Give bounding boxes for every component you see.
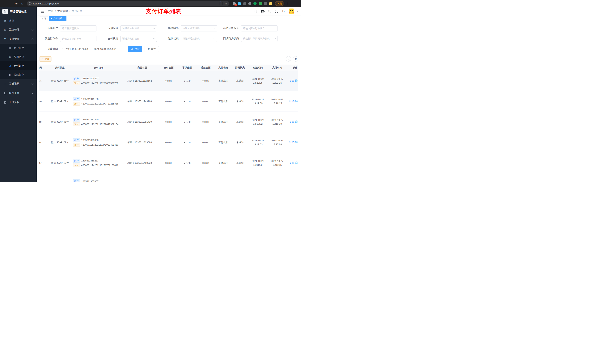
user-avatar[interactable] xyxy=(289,9,294,14)
extension-icon[interactable] xyxy=(264,2,267,5)
target-icon: ◎ xyxy=(8,64,11,67)
pay-channel: 微信 JSAPI 支付 xyxy=(47,100,72,103)
view-detail-link[interactable]: 查看详情 xyxy=(289,79,299,82)
browser-update-button[interactable]: 更新 xyxy=(275,1,284,6)
github-icon[interactable] xyxy=(261,10,265,13)
extension-icon[interactable] xyxy=(248,2,251,5)
pay-status: 支付成功 xyxy=(215,161,232,165)
notify-status: 未通知 xyxy=(232,141,248,144)
extension-badge: 10 xyxy=(234,4,237,6)
app-title: 芋道管理系统 xyxy=(10,10,26,13)
merchant-tag: 商户 xyxy=(73,118,80,122)
refresh-table-button[interactable]: ↻ xyxy=(293,56,298,62)
pay-time-cell: 2021-10-2713:17:08 xyxy=(268,138,287,146)
font-size-icon[interactable]: TT xyxy=(282,10,285,13)
sidebar-item-pay-order[interactable]: ◎ 支付订单 xyxy=(0,62,37,70)
extension-icon[interactable]: 10 xyxy=(233,2,236,5)
sidebar-item-refund-order[interactable]: ▣ 退款订单 xyxy=(0,70,37,79)
extension-icon[interactable]: ✓ xyxy=(253,2,257,5)
browser-reload-button[interactable]: ⟳ xyxy=(14,1,19,6)
notify-status: 未通知 xyxy=(232,161,248,165)
pay-time-cell: 2021-10-2713:19:15 xyxy=(268,97,287,105)
sidebar: 芋道管理系统 ◉ 首页 ⚙ 系统管理 ¥ 支付管理 ▤ 商户信息 ▦ 应用信息 xyxy=(0,7,37,182)
sidebar-item-system[interactable]: ⚙ 系统管理 xyxy=(0,25,37,34)
card-icon: ▤ xyxy=(8,47,11,50)
page-content: 所属商户 应用编号 请选择应用信息 渠道编码 请输入渠道编码 xyxy=(37,22,301,182)
reset-button[interactable]: ↻ 重置 xyxy=(145,46,159,52)
pay-status-select[interactable]: 请选择支付状态 xyxy=(120,36,157,42)
browser-back-button[interactable]: ← xyxy=(2,1,7,6)
pay-channel: 微信 JSAPI 支付 xyxy=(47,141,72,144)
notify-status: 未通知 xyxy=(232,120,248,124)
browser-home-button[interactable]: ⌂ xyxy=(20,1,25,6)
notify-status-select[interactable]: 请选择订单回调商户状态 xyxy=(241,36,278,42)
sidebar-item-infra[interactable]: ◫ 基础设施 xyxy=(0,79,37,88)
search-icon[interactable] xyxy=(255,10,257,13)
browser-forward-button[interactable]: → xyxy=(8,1,13,6)
view-detail-link[interactable]: 查看详情 xyxy=(289,161,299,165)
breadcrumb: 首页 / 支付管理 / 支付订单 xyxy=(48,10,82,13)
sidebar-collapse-icon[interactable] xyxy=(41,11,44,11)
pay-time-cell: 2021-10-2713:11:15 xyxy=(268,159,287,167)
document-icon: ▣ xyxy=(8,73,11,76)
extension-icon[interactable] xyxy=(243,2,246,5)
pay-tag: 支付 xyxy=(73,102,80,106)
sidebar-item-workflow[interactable]: ◩ 工作流程 xyxy=(0,98,37,107)
extension-icon[interactable]: ☺ xyxy=(269,2,272,5)
table-row: 120 微信 JSAPI 支付 商户1635311949168 支付420000… xyxy=(39,91,298,112)
notify-status: 未通知 xyxy=(232,100,248,103)
channel-order-no-input[interactable] xyxy=(60,36,97,42)
merchant-order-no: 1635311949168 xyxy=(81,98,98,100)
product-title: 标题：1635311468233 xyxy=(125,161,159,165)
notify-status: 未通知 xyxy=(232,79,248,83)
browser-menu-icon[interactable]: ⋮ xyxy=(287,2,289,5)
share-icon[interactable] xyxy=(220,2,222,5)
export-button[interactable]: 导出 xyxy=(39,56,52,62)
tab-home[interactable]: 首页 xyxy=(40,16,48,21)
extension-icon[interactable] xyxy=(258,2,262,5)
breadcrumb-home[interactable]: 首页 xyxy=(48,10,53,13)
channel-pay-no: 4200001194202110276752100612 xyxy=(81,164,118,167)
breadcrumb-payment[interactable]: 支付管理 xyxy=(57,10,68,13)
refund-amount: ¥ 0.00 xyxy=(196,162,215,165)
magnifier-icon xyxy=(289,80,291,82)
tab-pay-order[interactable]: 支付订单 × xyxy=(49,16,66,21)
app-select[interactable]: 请选择应用信息 xyxy=(120,25,157,31)
merchant-order-no: 1635311881440 xyxy=(81,118,98,121)
sidebar-item-payment[interactable]: ¥ 支付管理 xyxy=(0,34,37,44)
sidebar-item-home[interactable]: ◉ 首页 xyxy=(0,16,37,25)
create-time-cell: 2021-10-2713:19:09 xyxy=(248,97,268,105)
refresh-icon: ↻ xyxy=(148,47,150,51)
refund-amount: ¥ 0.00 xyxy=(196,80,215,82)
search-button[interactable]: 搜索 xyxy=(128,46,142,52)
product-title: 标题：1635312124656 xyxy=(125,79,159,83)
question-icon[interactable]: ? xyxy=(268,10,271,13)
merchant-order-no-input[interactable] xyxy=(241,25,278,31)
avatar-caret-icon[interactable] xyxy=(297,11,298,12)
pay-amount: ¥ 0.01 xyxy=(159,141,178,144)
merchant-order-no: 1635311823086 xyxy=(81,139,98,142)
channel-code-select[interactable]: 请输入渠道编码 xyxy=(181,25,217,31)
pay-order-cell: 商户1635311881440 支付4200001173202110272847… xyxy=(72,117,125,127)
bookmark-star-icon[interactable]: ☆ xyxy=(225,2,227,5)
sidebar-item-devtools[interactable]: ◧ 研发工具 xyxy=(0,88,37,98)
refund-status-select[interactable]: 请选择退款状态 xyxy=(181,36,217,42)
extension-icon[interactable] xyxy=(238,2,241,5)
fullscreen-icon[interactable] xyxy=(275,10,278,13)
view-detail-link[interactable]: 查看详情 xyxy=(289,120,299,123)
toggle-search-button[interactable] xyxy=(286,56,291,62)
channel-pay-no: 4200001174202110278060590766 xyxy=(81,82,118,84)
view-detail-link[interactable]: 查看详情 xyxy=(289,100,299,103)
sidebar-item-merchant-info[interactable]: ▤ 商户信息 xyxy=(0,44,37,52)
merchant-tag: 商户 xyxy=(73,179,80,182)
page-info-icon[interactable]: i xyxy=(29,2,32,5)
create-time-range[interactable]: 2021-10-01 00:00:00 - 2021-10-31 23:59:5… xyxy=(60,46,123,52)
close-icon[interactable]: × xyxy=(63,18,64,20)
url-bar[interactable]: i localhost:1024/pay/order ☆ xyxy=(27,1,229,6)
pay-order-cell: 商户1635312124657 支付4200001174202110278060… xyxy=(72,76,125,86)
view-detail-link[interactable]: 查看详情 xyxy=(289,141,299,144)
app-logo-row[interactable]: 芋道管理系统 xyxy=(0,7,37,16)
grid-icon: ▦ xyxy=(8,55,11,58)
merchant-select[interactable] xyxy=(60,25,97,31)
sidebar-item-app-info[interactable]: ▦ 应用信息 xyxy=(0,52,37,62)
